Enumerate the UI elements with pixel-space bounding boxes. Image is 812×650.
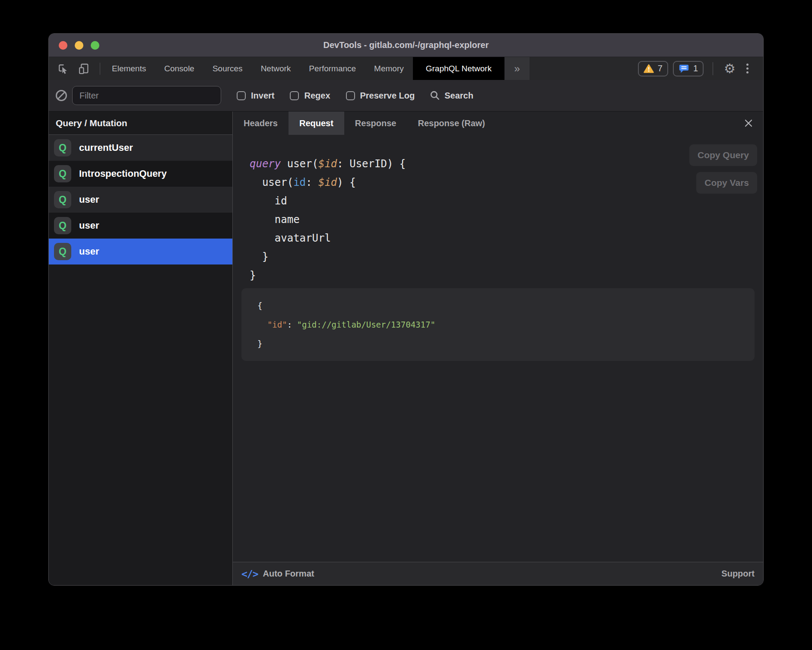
query-type-badge: Q [54, 139, 71, 156]
filter-toolbar: Invert Regex Preserve Log Search [49, 80, 763, 112]
tab-performance[interactable]: Performance [300, 57, 365, 80]
auto-format-label: Auto Format [263, 569, 314, 579]
detail-tab-headers[interactable]: Headers [233, 112, 289, 135]
window-title: DevTools - gitlab.com/-/graphql-explorer [49, 40, 763, 50]
detail-tab-request[interactable]: Request [289, 112, 344, 135]
status-group: 7 1 ⚙ [638, 57, 763, 80]
detail-tabs: HeadersRequestResponseResponse (Raw) [233, 112, 763, 135]
preserve-log-checkbox[interactable] [346, 91, 355, 100]
query-item-user[interactable]: Quser [49, 187, 232, 213]
query-name: user [79, 194, 99, 205]
minimize-window-button[interactable] [75, 41, 83, 50]
inspect-element-icon[interactable] [56, 61, 70, 76]
invert-label: Invert [251, 91, 274, 101]
request-detail-body: Copy Query Copy Vars query user($id: Use… [233, 135, 763, 562]
devtools-tool-icons [49, 57, 103, 80]
detail-panel: HeadersRequestResponseResponse (Raw) Cop… [233, 112, 763, 585]
detail-tab-response[interactable]: Response [344, 112, 407, 135]
toolbar-divider [100, 63, 100, 75]
window-titlebar[interactable]: DevTools - gitlab.com/-/graphql-explorer [49, 34, 763, 57]
warning-count: 7 [658, 64, 663, 73]
issues-warning-badge[interactable]: 7 [638, 61, 668, 76]
traffic-lights [49, 41, 99, 50]
warning-triangle-icon [644, 64, 654, 73]
detail-footer: </> Auto Format Support [233, 562, 763, 585]
query-item-user[interactable]: Quser [49, 213, 232, 239]
query-variables-box: { "id": "gid://gitlab/User/13704317"} [241, 288, 755, 361]
query-name: user [79, 220, 99, 231]
tab-network[interactable]: Network [252, 57, 300, 80]
regex-label: Regex [304, 91, 330, 101]
tab-graphql-network[interactable]: GraphQL Network [413, 57, 504, 80]
more-tabs-button[interactable]: » [504, 57, 530, 80]
query-list: QcurrentUserQIntrospectionQueryQuserQuse… [49, 135, 232, 264]
search-control[interactable]: Search [429, 90, 473, 101]
search-icon [429, 90, 441, 101]
regex-checkbox-group: Regex [290, 91, 330, 101]
message-count: 1 [693, 64, 698, 73]
invert-checkbox-group: Invert [237, 91, 274, 101]
auto-format-button[interactable]: </> Auto Format [241, 568, 314, 580]
filter-input[interactable] [72, 86, 221, 105]
devtools-tabs: ElementsConsoleSourcesNetworkPerformance… [103, 57, 504, 80]
device-toolbar-icon[interactable] [76, 61, 91, 76]
devtools-window: DevTools - gitlab.com/-/graphql-explorer [48, 33, 764, 586]
detail-tabs-list: HeadersRequestResponseResponse (Raw) [233, 112, 496, 135]
copy-vars-button[interactable]: Copy Vars [696, 172, 757, 194]
tab-sources[interactable]: Sources [203, 57, 252, 80]
copy-buttons: Copy Query Copy Vars [689, 144, 757, 194]
query-name: currentUser [79, 142, 133, 153]
more-options-icon[interactable] [742, 64, 753, 73]
regex-checkbox[interactable] [290, 91, 299, 100]
support-link[interactable]: Support [721, 569, 755, 579]
tab-elements[interactable]: Elements [103, 57, 155, 80]
desktop-background: DevTools - gitlab.com/-/graphql-explorer [0, 0, 812, 650]
detail-tab-response-raw[interactable]: Response (Raw) [407, 112, 496, 135]
search-label: Search [444, 91, 473, 101]
clear-block-icon[interactable] [56, 90, 67, 101]
preserve-log-label: Preserve Log [360, 91, 415, 101]
preserve-log-checkbox-group: Preserve Log [346, 91, 415, 101]
close-detail-button[interactable] [740, 112, 757, 135]
close-icon [744, 118, 753, 128]
code-brackets-icon: </> [241, 568, 258, 580]
query-type-badge: Q [54, 165, 71, 182]
query-name: IntrospectionQuery [79, 168, 167, 179]
query-item-introspectionquery[interactable]: QIntrospectionQuery [49, 161, 232, 187]
close-window-button[interactable] [59, 41, 67, 50]
query-sidebar: Query / Mutation QcurrentUserQIntrospect… [49, 112, 233, 585]
main-split: Query / Mutation QcurrentUserQIntrospect… [49, 112, 763, 585]
messages-badge[interactable]: 1 [673, 61, 704, 76]
settings-gear-icon[interactable]: ⚙ [722, 62, 737, 75]
invert-checkbox[interactable] [237, 91, 246, 100]
query-name: user [79, 246, 99, 257]
devtools-tabbar: ElementsConsoleSourcesNetworkPerformance… [49, 57, 763, 80]
query-type-badge: Q [54, 191, 71, 208]
query-item-user[interactable]: Quser [49, 239, 232, 264]
query-type-badge: Q [54, 217, 71, 234]
chat-bubble-icon [679, 64, 689, 73]
tab-console[interactable]: Console [155, 57, 203, 80]
tab-memory[interactable]: Memory [365, 57, 413, 80]
sidebar-header: Query / Mutation [49, 112, 232, 135]
copy-query-button[interactable]: Copy Query [689, 144, 757, 166]
status-divider [713, 62, 713, 75]
query-type-badge: Q [54, 243, 71, 260]
graphql-query-code: query user($id: UserID) { user(id: $id) … [250, 155, 755, 285]
fullscreen-window-button[interactable] [91, 41, 99, 50]
tabbar-spacer [530, 57, 638, 80]
query-item-currentuser[interactable]: QcurrentUser [49, 135, 232, 161]
